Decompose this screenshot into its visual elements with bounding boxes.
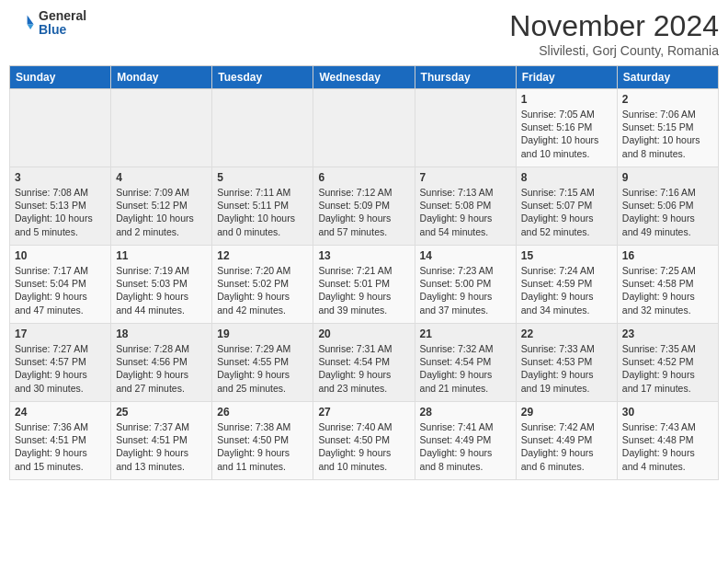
- day-header-wednesday: Wednesday: [313, 66, 415, 89]
- calendar-cell: 24Sunrise: 7:36 AM Sunset: 4:51 PM Dayli…: [10, 402, 111, 480]
- calendar-header-row: SundayMondayTuesdayWednesdayThursdayFrid…: [10, 66, 719, 89]
- day-number: 9: [622, 171, 713, 184]
- calendar-cell: 15Sunrise: 7:24 AM Sunset: 4:59 PM Dayli…: [516, 246, 617, 324]
- day-info: Sunrise: 7:05 AM Sunset: 5:16 PM Dayligh…: [521, 108, 612, 160]
- day-info: Sunrise: 7:40 AM Sunset: 4:50 PM Dayligh…: [318, 420, 409, 473]
- day-number: 28: [420, 406, 511, 419]
- calendar-week-2: 3Sunrise: 7:08 AM Sunset: 5:13 PM Daylig…: [10, 167, 719, 246]
- day-info: Sunrise: 7:27 AM Sunset: 4:57 PM Dayligh…: [15, 342, 106, 395]
- day-number: 24: [15, 406, 106, 419]
- day-info: Sunrise: 7:31 AM Sunset: 4:54 PM Dayligh…: [318, 342, 409, 395]
- day-number: 15: [521, 249, 612, 262]
- day-header-sunday: Sunday: [10, 66, 111, 89]
- day-number: 7: [420, 171, 511, 184]
- day-info: Sunrise: 7:25 AM Sunset: 4:58 PM Dayligh…: [622, 264, 713, 316]
- calendar-cell: [212, 89, 313, 167]
- day-number: 21: [420, 327, 511, 340]
- day-info: Sunrise: 7:42 AM Sunset: 4:49 PM Dayligh…: [521, 420, 612, 473]
- calendar-cell: 13Sunrise: 7:21 AM Sunset: 5:01 PM Dayli…: [313, 246, 415, 324]
- day-info: Sunrise: 7:43 AM Sunset: 4:48 PM Dayligh…: [622, 420, 713, 473]
- logo-text: General Blue: [39, 9, 86, 38]
- calendar-cell: 26Sunrise: 7:38 AM Sunset: 4:50 PM Dayli…: [212, 402, 313, 480]
- calendar-cell: 28Sunrise: 7:41 AM Sunset: 4:49 PM Dayli…: [415, 402, 516, 480]
- calendar-cell: 23Sunrise: 7:35 AM Sunset: 4:52 PM Dayli…: [617, 324, 718, 402]
- day-info: Sunrise: 7:13 AM Sunset: 5:08 PM Dayligh…: [420, 186, 511, 238]
- logo-icon: [9, 10, 35, 36]
- day-header-saturday: Saturday: [617, 66, 718, 89]
- calendar-cell: 10Sunrise: 7:17 AM Sunset: 5:04 PM Dayli…: [10, 246, 111, 324]
- calendar-cell: 19Sunrise: 7:29 AM Sunset: 4:55 PM Dayli…: [212, 324, 313, 402]
- calendar-cell: 2Sunrise: 7:06 AM Sunset: 5:15 PM Daylig…: [617, 89, 718, 167]
- day-number: 30: [622, 406, 713, 419]
- day-number: 13: [318, 249, 409, 262]
- title-section: November 2024 Slivilesti, Gorj County, R…: [509, 9, 719, 58]
- calendar-week-3: 10Sunrise: 7:17 AM Sunset: 5:04 PM Dayli…: [10, 246, 719, 324]
- calendar-cell: 4Sunrise: 7:09 AM Sunset: 5:12 PM Daylig…: [111, 167, 212, 246]
- day-number: 29: [521, 406, 612, 419]
- day-info: Sunrise: 7:11 AM Sunset: 5:11 PM Dayligh…: [217, 186, 308, 238]
- day-number: 16: [622, 249, 713, 262]
- day-number: 18: [116, 327, 207, 340]
- calendar-cell: 12Sunrise: 7:20 AM Sunset: 5:02 PM Dayli…: [212, 246, 313, 324]
- day-number: 25: [116, 406, 207, 419]
- day-info: Sunrise: 7:38 AM Sunset: 4:50 PM Dayligh…: [217, 420, 308, 473]
- calendar-cell: 7Sunrise: 7:13 AM Sunset: 5:08 PM Daylig…: [415, 167, 516, 246]
- calendar-week-5: 24Sunrise: 7:36 AM Sunset: 4:51 PM Dayli…: [10, 402, 719, 480]
- day-number: 8: [521, 171, 612, 184]
- calendar-cell: [313, 89, 415, 167]
- day-info: Sunrise: 7:16 AM Sunset: 5:06 PM Dayligh…: [622, 186, 713, 238]
- day-info: Sunrise: 7:29 AM Sunset: 4:55 PM Dayligh…: [217, 342, 308, 395]
- calendar-cell: 1Sunrise: 7:05 AM Sunset: 5:16 PM Daylig…: [516, 89, 617, 167]
- day-header-tuesday: Tuesday: [212, 66, 313, 89]
- day-number: 4: [116, 171, 207, 184]
- calendar-cell: 22Sunrise: 7:33 AM Sunset: 4:53 PM Dayli…: [516, 324, 617, 402]
- day-number: 12: [217, 249, 308, 262]
- calendar-cell: [111, 89, 212, 167]
- day-info: Sunrise: 7:06 AM Sunset: 5:15 PM Dayligh…: [622, 108, 713, 160]
- day-number: 26: [217, 406, 308, 419]
- logo-blue: Blue: [39, 23, 86, 37]
- calendar-cell: 14Sunrise: 7:23 AM Sunset: 5:00 PM Dayli…: [415, 246, 516, 324]
- page-header: General Blue November 2024 Slivilesti, G…: [9, 9, 719, 58]
- calendar-cell: [415, 89, 516, 167]
- day-number: 1: [521, 93, 612, 106]
- day-number: 27: [318, 406, 409, 419]
- day-info: Sunrise: 7:15 AM Sunset: 5:07 PM Dayligh…: [521, 186, 612, 238]
- calendar-week-1: 1Sunrise: 7:05 AM Sunset: 5:16 PM Daylig…: [10, 89, 719, 167]
- calendar-cell: 30Sunrise: 7:43 AM Sunset: 4:48 PM Dayli…: [617, 402, 718, 480]
- calendar-cell: 21Sunrise: 7:32 AM Sunset: 4:54 PM Dayli…: [415, 324, 516, 402]
- day-info: Sunrise: 7:09 AM Sunset: 5:12 PM Dayligh…: [116, 186, 207, 238]
- day-number: 2: [622, 93, 713, 106]
- day-info: Sunrise: 7:21 AM Sunset: 5:01 PM Dayligh…: [318, 264, 409, 316]
- calendar-cell: [10, 89, 111, 167]
- calendar-cell: 8Sunrise: 7:15 AM Sunset: 5:07 PM Daylig…: [516, 167, 617, 246]
- day-number: 19: [217, 327, 308, 340]
- day-number: 6: [318, 171, 409, 184]
- calendar-cell: 20Sunrise: 7:31 AM Sunset: 4:54 PM Dayli…: [313, 324, 415, 402]
- calendar-cell: 17Sunrise: 7:27 AM Sunset: 4:57 PM Dayli…: [10, 324, 111, 402]
- day-info: Sunrise: 7:33 AM Sunset: 4:53 PM Dayligh…: [521, 342, 612, 395]
- day-info: Sunrise: 7:24 AM Sunset: 4:59 PM Dayligh…: [521, 264, 612, 316]
- day-number: 5: [217, 171, 308, 184]
- calendar-cell: 6Sunrise: 7:12 AM Sunset: 5:09 PM Daylig…: [313, 167, 415, 246]
- calendar-cell: 5Sunrise: 7:11 AM Sunset: 5:11 PM Daylig…: [212, 167, 313, 246]
- day-number: 20: [318, 327, 409, 340]
- day-header-monday: Monday: [111, 66, 212, 89]
- day-info: Sunrise: 7:20 AM Sunset: 5:02 PM Dayligh…: [217, 264, 308, 316]
- calendar-cell: 25Sunrise: 7:37 AM Sunset: 4:51 PM Dayli…: [111, 402, 212, 480]
- calendar-cell: 27Sunrise: 7:40 AM Sunset: 4:50 PM Dayli…: [313, 402, 415, 480]
- day-info: Sunrise: 7:19 AM Sunset: 5:03 PM Dayligh…: [116, 264, 207, 316]
- day-info: Sunrise: 7:17 AM Sunset: 5:04 PM Dayligh…: [15, 264, 106, 316]
- day-number: 10: [15, 249, 106, 262]
- day-info: Sunrise: 7:36 AM Sunset: 4:51 PM Dayligh…: [15, 420, 106, 473]
- location-subtitle: Slivilesti, Gorj County, Romania: [509, 43, 719, 58]
- day-number: 22: [521, 327, 612, 340]
- calendar-cell: 16Sunrise: 7:25 AM Sunset: 4:58 PM Dayli…: [617, 246, 718, 324]
- day-header-thursday: Thursday: [415, 66, 516, 89]
- day-number: 17: [15, 327, 106, 340]
- day-info: Sunrise: 7:32 AM Sunset: 4:54 PM Dayligh…: [420, 342, 511, 395]
- logo: General Blue: [9, 9, 86, 38]
- calendar-cell: 11Sunrise: 7:19 AM Sunset: 5:03 PM Dayli…: [111, 246, 212, 324]
- day-number: 14: [420, 249, 511, 262]
- day-info: Sunrise: 7:35 AM Sunset: 4:52 PM Dayligh…: [622, 342, 713, 395]
